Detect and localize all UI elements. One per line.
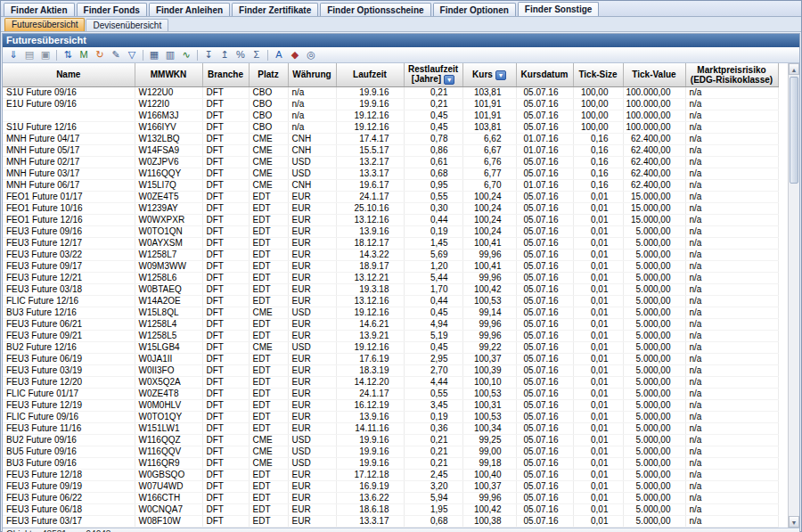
table-row[interactable]: MNH Future 06/17W15LI7QDFTCMECNH19.6.170… (3, 179, 778, 191)
table-cell: 0,01 (573, 237, 623, 249)
table-row[interactable]: FEU3 Future 03/19W0II3FODFTEDTEUR18.3.19… (3, 364, 778, 376)
table-row[interactable]: W166M3JDFTCBOn/a19.12.160,45101,9105.07.… (3, 110, 778, 121)
sum-icon[interactable]: Σ (250, 48, 264, 61)
scrollbar-track[interactable] (789, 75, 799, 516)
table-row[interactable]: FEU3 Future 11/16W151LW1DFTEDTEUR14.11.1… (3, 422, 778, 434)
vertical-scrollbar[interactable]: ▲ ▼ (788, 63, 799, 528)
column-header-kurs[interactable]: Kurs▼ (462, 63, 516, 86)
search-icon[interactable]: ◎ (304, 48, 318, 61)
table-row[interactable]: FLIC Future 01/17W0ZE4T8DFTEDTEUR24.1.17… (3, 388, 778, 399)
sort-updown-icon[interactable]: ⇅ (61, 48, 75, 61)
scroll-up-button[interactable]: ▲ (789, 63, 799, 75)
export-icon[interactable]: ⇓ (6, 48, 20, 61)
main-tab-finder-aktien[interactable]: Finder Aktien (4, 3, 75, 16)
alert-icon[interactable]: ◆ (288, 48, 302, 61)
sub-tab-futuresübersicht[interactable]: Futuresübersicht (4, 18, 85, 31)
table-cell: 18.9.17 (336, 260, 404, 272)
filter-edit-icon[interactable]: ✎ (109, 48, 123, 61)
table-row[interactable]: FEU3 Future 12/18W0GBSQODFTEDTEUR17.12.1… (3, 469, 778, 480)
table-row[interactable]: FEO1 Future 10/16W1239AYDFTEDTEUR25.10.1… (3, 202, 778, 214)
main-tab-finder-zertifikate[interactable]: Finder Zertifikate (232, 3, 318, 16)
font-icon[interactable]: A (272, 48, 286, 61)
column-label: Tick-Value (632, 70, 675, 79)
table-cell: 100,00 (573, 110, 623, 121)
filter-dropdown-kurs[interactable]: ▼ (495, 70, 506, 80)
table-row[interactable]: BU2 Future 09/16W116QQZDFTCMEUSD19.9.160… (3, 434, 778, 446)
table-row[interactable]: S1U Future 09/16W122U0DFTCBOn/a19.9.160,… (3, 86, 778, 98)
column-header-branche[interactable]: Branche (202, 63, 249, 86)
table-row[interactable]: FEU3 Future 12/21W1258L6DFTEDTEUR13.12.2… (3, 272, 778, 283)
copy-icon[interactable]: ▣ (38, 48, 53, 61)
filter-dropdown-restlaufzeit-jahre[interactable]: ▼ (444, 75, 454, 85)
table-row[interactable]: FEU3 Future 12/17W0AYXSMDFTEDTEUR18.12.1… (3, 237, 778, 249)
column-header-mmwkn[interactable]: MMWKN (135, 63, 202, 86)
scrollbar-thumb[interactable] (790, 77, 798, 184)
main-tab-finder-optionen[interactable]: Finder Optionen (433, 3, 516, 16)
column-header-name[interactable]: Name (3, 63, 135, 86)
table-row[interactable]: E1U Future 09/16W122I0DFTCBOn/a19.9.160,… (3, 98, 778, 110)
marker-m-icon[interactable]: M (77, 48, 91, 61)
column-header-platz[interactable]: Platz (249, 63, 288, 86)
columns-icon[interactable]: ▥ (163, 48, 177, 61)
table-row[interactable]: BU3 Future 09/16W116QR9DFTCMEUSD19.9.160… (3, 457, 778, 469)
scroll-down-button[interactable]: ▼ (789, 516, 799, 528)
main-tab-finder-anleihen[interactable]: Finder Anleihen (149, 3, 230, 16)
sort-asc-icon[interactable]: ↧ (201, 48, 216, 61)
percent-icon[interactable]: % (233, 48, 248, 61)
table-row[interactable]: FEU3 Future 12/19W0M0HLVDFTEDTEUR16.12.1… (3, 399, 778, 411)
column-header-marktpreisrisiko-edg-risikoklasse[interactable]: Marktpreisrisiko (EDG-Risikoklasse) (685, 63, 778, 86)
table-cell: 100,40 (462, 469, 516, 480)
table-row[interactable]: FEO1 Future 12/16W0WXPXRDFTEDTEUR13.12.1… (3, 214, 778, 225)
filter-icon[interactable]: ▽ (125, 48, 139, 61)
sort-desc-icon[interactable]: ↥ (217, 48, 232, 61)
print-icon[interactable]: ▤ (22, 48, 37, 61)
column-header-tick-size[interactable]: Tick-Size (573, 63, 623, 86)
table-row[interactable]: FEU3 Future 09/16W0TO1QNDFTEDTEUR13.9.16… (3, 225, 778, 237)
table-row[interactable]: FEU3 Future 06/22W166CTHDFTEDTEUR13.6.22… (3, 492, 778, 503)
table-row[interactable]: S1U Future 12/16W166IYVDFTCBOn/a19.12.16… (3, 121, 778, 133)
table-row[interactable]: FEU3 Future 09/19W07U4WDDFTEDTEUR16.9.19… (3, 480, 778, 492)
table-row[interactable]: FEO1 Future 01/17W0ZE4T5DFTEDTEUR24.1.17… (3, 191, 778, 202)
column-header-währung[interactable]: Währung (288, 63, 336, 86)
table-row[interactable]: FEU3 Future 03/22W1258L7DFTEDTEUR14.3.22… (3, 249, 778, 260)
table-row[interactable]: MNH Future 04/17W132LBQDFTCMECNH17.4.170… (3, 133, 778, 144)
table-row[interactable]: FEU3 Future 06/18W0CNQA7DFTEDTEUR18.6.18… (3, 503, 778, 515)
main-tab-finder-optionsscheine[interactable]: Finder Optionsscheine (320, 3, 430, 16)
table-cell: W0ZE4T5 (135, 191, 202, 202)
table-row[interactable]: BU2 Future 12/16W15LGB4DFTCMEUSD19.12.16… (3, 341, 778, 353)
table-cell: n/a (685, 307, 778, 318)
column-header-laufzeit[interactable]: Laufzeit (336, 63, 404, 86)
column-header-kursdatum[interactable]: Kursdatum (516, 63, 573, 86)
table-row[interactable]: MNH Future 03/17W116QQYDFTCMEUSD13.3.170… (3, 168, 778, 179)
table-cell: n/a (685, 492, 778, 503)
table-row[interactable]: FLIC Future 09/16W0TO1QYDFTEDTEUR13.9.16… (3, 411, 778, 422)
chart-icon[interactable]: ∿ (179, 48, 193, 61)
table-row[interactable]: BU5 Future 09/16W116QQVDFTCMEUSD19.9.160… (3, 446, 778, 457)
column-header-restlaufzeit-jahre[interactable]: Restlaufzeit [Jahre]▼ (404, 63, 462, 86)
table-row[interactable]: FEU3 Future 12/20W0X5Q2ADFTEDTEUR14.12.2… (3, 376, 778, 388)
table-row[interactable]: FLIC Future 12/16W14A2OEDFTEDTEUR13.12.1… (3, 295, 778, 307)
table-row[interactable]: FEU3 Future 09/17W09M3WWDFTEDTEUR18.9.17… (3, 260, 778, 272)
table-cell: FLIC Future 01/17 (3, 388, 135, 399)
table-cell: 0,44 (404, 214, 462, 225)
table-icon[interactable]: ▦ (147, 48, 161, 61)
sub-tab-devisenübersicht[interactable]: Devisenübersicht (86, 19, 168, 31)
table-cell: 05.07.16 (516, 376, 573, 388)
column-header-tick-value[interactable]: Tick-Value (623, 63, 685, 86)
main-tab-finder-fonds[interactable]: Finder Fonds (77, 3, 147, 16)
table-row[interactable]: FEU3 Future 06/19W0JA1IIDFTEDTEUR17.6.19… (3, 353, 778, 364)
table-row[interactable]: FEU3 Future 06/21W1258L4DFTEDTEUR14.6.21… (3, 318, 778, 330)
table-cell: 6,77 (462, 168, 516, 179)
table-cell: W116QQV (135, 446, 202, 457)
main-tab-finder-sonstige[interactable]: Finder Sonstige (518, 2, 600, 16)
table-row[interactable]: FEU3 Future 03/17W08F10WDFTEDTEUR13.3.17… (3, 515, 778, 527)
table-row[interactable]: FEU3 Future 09/21W1258L5DFTEDTEUR13.9.21… (3, 330, 778, 341)
table-row[interactable]: FEU3 Future 03/18W0BTAEQDFTEDTEUR19.3.18… (3, 283, 778, 295)
table-row[interactable]: MNH Future 05/17W14FSA9DFTCMECNH15.5.170… (3, 144, 778, 156)
table-cell: W0X5Q2A (135, 376, 202, 388)
refresh-icon[interactable]: ↻ (93, 48, 107, 61)
table-row[interactable]: BU3 Future 12/16W15L8QLDFTCMEUSD19.12.16… (3, 307, 778, 318)
table-cell: EDT (249, 364, 288, 376)
table-cell: 05.07.16 (516, 86, 573, 98)
table-row[interactable]: MNH Future 02/17W0ZJPV6DFTCMEUSD13.2.170… (3, 156, 778, 168)
